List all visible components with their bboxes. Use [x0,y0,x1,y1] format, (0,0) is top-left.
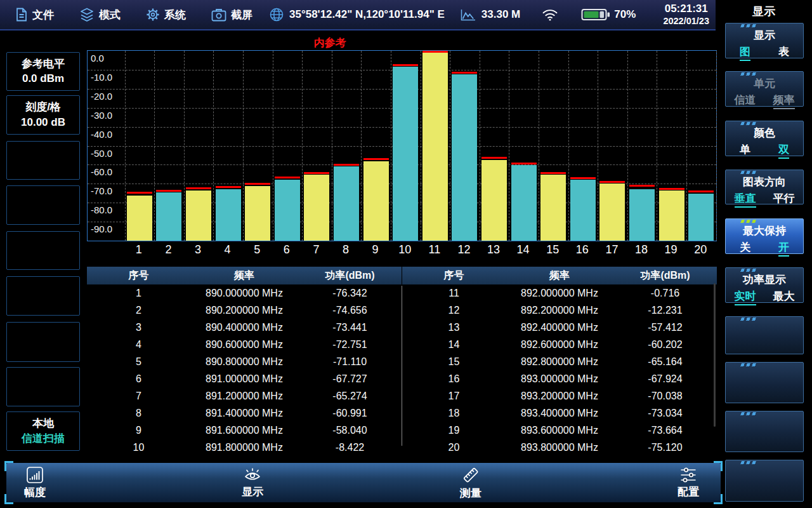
cell-index: 15 [402,356,506,368]
softkey-title: 显示 [726,28,803,43]
softkey-option-selected[interactable]: 频率 [773,93,795,109]
softkey-title: 功率显示 [726,272,803,287]
sliders-icon [679,467,697,483]
spectrum-bar [216,189,241,241]
bottom-menu-measure[interactable]: 测量 [460,465,481,500]
cell-index: 2 [87,305,190,316]
max-hold-line [216,186,241,188]
top-bar: 文件模式系统截屏 35°58'12.42" N,120°10'11.94" E … [0,0,716,30]
menu-mode[interactable]: 模式 [79,8,121,22]
table-row: 1890.000000 MHz-76.342 [87,284,402,302]
local-mode-button[interactable]: 本地信道扫描 [6,411,80,451]
cell-frequency: 890.200000 MHz [190,305,298,316]
menu-file[interactable]: 文件 [15,8,54,22]
gridline-v [539,51,539,241]
amplitude-icon [25,466,44,484]
menu-system[interactable]: 系统 [146,8,186,22]
cell-index: 13 [402,322,506,333]
max-hold-line [334,164,359,166]
table-header-cell: 序号 [87,269,190,283]
max-hold-line [481,157,507,159]
clock: 05:21:31 2022/01/23 [663,3,709,27]
unit-button[interactable]: 单元信道频率 [725,71,804,107]
altitude-value: 33.30 M [481,8,520,21]
softkey-stripe-decoration [740,363,758,366]
wifi-status [542,8,558,22]
left-softkey-empty-4 [6,185,80,225]
x-tick-label: 7 [303,243,329,257]
display-mode-button[interactable]: 显示图表 [725,23,804,58]
cell-index: 16 [402,373,506,385]
table-row: 6891.000000 MHz-67.727 [87,370,402,387]
table-row: 14892.600000 MHz-60.202 [402,336,717,353]
softkey-option[interactable]: 单 [740,142,750,159]
menu-label: 文件 [32,8,54,22]
bottom-menu-label: 显示 [242,485,263,499]
softkey-option-selected[interactable]: 图 [740,44,750,61]
menu-screenshot[interactable]: 截屏 [211,8,252,22]
spectrum-bar [304,175,329,241]
gridline-v [716,51,717,241]
table-row: 4890.600000 MHz-72.751 [87,336,402,353]
table-scrollbar[interactable] [714,283,716,427]
corner-bracket-top-right [714,461,723,471]
y-tick-label: -60.0 [91,166,112,177]
softkey-option[interactable]: 信道 [735,93,756,109]
table-row: 9891.600000 MHz-58.040 [87,422,402,439]
softkey-option[interactable]: 关 [740,240,750,257]
chart-orientation-button[interactable]: 图表方向垂直平行 [725,170,804,204]
cell-power: -67.924 [613,373,717,385]
cell-frequency: 893.800000 MHz [506,442,613,453]
corner-bracket-bottom-left [4,494,13,504]
gridline-v [686,51,687,241]
cell-power: -76.342 [298,288,402,299]
battery-status: 70% [581,8,636,22]
gridline-v [213,51,214,241]
softkey-value: 10.00 dB [21,116,65,129]
gridline-v [391,51,391,241]
softkey-option[interactable]: 最大 [773,289,795,305]
cell-index: 20 [402,442,506,453]
gridline-v [480,51,480,241]
softkey-stripe-decoration [740,318,758,321]
eye-icon [243,466,262,483]
cell-frequency: 892.000000 MHz [506,288,613,299]
max-hold-line [186,187,211,189]
bottom-menu-display[interactable]: 显示 [242,466,263,499]
softkey-stripe-decoration [740,122,758,125]
softkey-option-selected[interactable]: 实时 [735,289,756,305]
scale-per-div-button[interactable]: 刻度/格10.00 dB [6,95,80,135]
battery-percent: 70% [614,8,636,21]
table-header-cell: 功率(dBm) [613,269,717,283]
x-tick-label: 8 [333,243,358,257]
spectrum-bar [156,192,181,241]
gridline-v [657,51,657,241]
softkey-option-selected[interactable]: 开 [778,240,789,257]
softkey-option[interactable]: 表 [778,44,789,61]
x-tick-label: 1 [126,243,152,257]
ref-level-button[interactable]: 参考电平0.0 dBm [6,52,80,91]
color-button[interactable]: 颜色单双 [725,121,804,156]
right-softkey-empty-8 [725,362,804,403]
y-tick-label: -40.0 [91,129,112,140]
cell-frequency: 891.800000 MHz [190,442,298,453]
cell-index: 19 [402,425,506,436]
cell-power: -65.274 [298,391,402,402]
softkey-option-selected[interactable]: 垂直 [735,191,756,208]
menu-label: 模式 [99,8,121,22]
bottom-menu-config[interactable]: 配置 [678,467,699,499]
cell-power: -57.412 [613,322,717,333]
x-tick-label: 19 [658,243,684,257]
max-hold-button[interactable]: 最大保持关开 [725,218,804,254]
table-divider [402,286,402,446]
softkey-stripe-decoration [740,269,758,272]
bottom-menu-amplitude[interactable]: 幅度 [24,466,46,500]
max-hold-line [304,172,329,174]
softkey-option-selected[interactable]: 双 [778,142,789,159]
power-display-button[interactable]: 功率显示实时最大 [725,267,804,303]
x-tick-label: 10 [392,243,417,257]
table-row: 17893.200000 MHz-70.038 [402,387,717,404]
x-tick-label: 13 [481,243,506,257]
softkey-option[interactable]: 平行 [773,191,795,208]
camera-icon [211,8,226,22]
